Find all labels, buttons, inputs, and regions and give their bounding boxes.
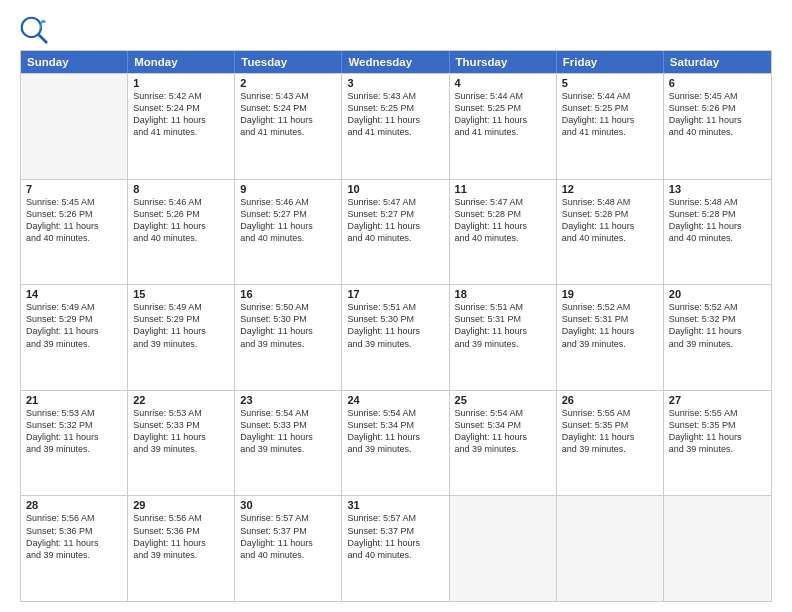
logo	[20, 16, 52, 44]
calendar-cell: 17Sunrise: 5:51 AM Sunset: 5:30 PM Dayli…	[342, 285, 449, 390]
day-number: 26	[562, 394, 658, 406]
day-info: Sunrise: 5:45 AM Sunset: 5:26 PM Dayligh…	[669, 90, 766, 139]
day-number: 22	[133, 394, 229, 406]
page: SundayMondayTuesdayWednesdayThursdayFrid…	[0, 0, 792, 612]
day-info: Sunrise: 5:47 AM Sunset: 5:27 PM Dayligh…	[347, 196, 443, 245]
header-day-friday: Friday	[557, 51, 664, 73]
day-number: 14	[26, 288, 122, 300]
day-info: Sunrise: 5:51 AM Sunset: 5:31 PM Dayligh…	[455, 301, 551, 350]
logo-icon	[20, 16, 48, 44]
day-number: 12	[562, 183, 658, 195]
day-number: 27	[669, 394, 766, 406]
header-day-tuesday: Tuesday	[235, 51, 342, 73]
calendar-row-4: 21Sunrise: 5:53 AM Sunset: 5:32 PM Dayli…	[21, 390, 771, 496]
calendar-cell: 6Sunrise: 5:45 AM Sunset: 5:26 PM Daylig…	[664, 74, 771, 179]
calendar-cell: 4Sunrise: 5:44 AM Sunset: 5:25 PM Daylig…	[450, 74, 557, 179]
calendar-cell: 9Sunrise: 5:46 AM Sunset: 5:27 PM Daylig…	[235, 180, 342, 285]
svg-point-0	[22, 18, 41, 37]
day-number: 31	[347, 499, 443, 511]
day-number: 30	[240, 499, 336, 511]
calendar-cell: 15Sunrise: 5:49 AM Sunset: 5:29 PM Dayli…	[128, 285, 235, 390]
day-info: Sunrise: 5:52 AM Sunset: 5:31 PM Dayligh…	[562, 301, 658, 350]
calendar-cell: 11Sunrise: 5:47 AM Sunset: 5:28 PM Dayli…	[450, 180, 557, 285]
day-number: 6	[669, 77, 766, 89]
day-info: Sunrise: 5:42 AM Sunset: 5:24 PM Dayligh…	[133, 90, 229, 139]
day-info: Sunrise: 5:43 AM Sunset: 5:25 PM Dayligh…	[347, 90, 443, 139]
day-info: Sunrise: 5:47 AM Sunset: 5:28 PM Dayligh…	[455, 196, 551, 245]
header-day-monday: Monday	[128, 51, 235, 73]
day-info: Sunrise: 5:53 AM Sunset: 5:33 PM Dayligh…	[133, 407, 229, 456]
day-info: Sunrise: 5:56 AM Sunset: 5:36 PM Dayligh…	[133, 512, 229, 561]
day-info: Sunrise: 5:49 AM Sunset: 5:29 PM Dayligh…	[26, 301, 122, 350]
day-number: 8	[133, 183, 229, 195]
day-info: Sunrise: 5:44 AM Sunset: 5:25 PM Dayligh…	[455, 90, 551, 139]
calendar-cell: 10Sunrise: 5:47 AM Sunset: 5:27 PM Dayli…	[342, 180, 449, 285]
calendar-cell: 8Sunrise: 5:46 AM Sunset: 5:26 PM Daylig…	[128, 180, 235, 285]
calendar-cell: 24Sunrise: 5:54 AM Sunset: 5:34 PM Dayli…	[342, 391, 449, 496]
calendar-cell: 7Sunrise: 5:45 AM Sunset: 5:26 PM Daylig…	[21, 180, 128, 285]
day-info: Sunrise: 5:54 AM Sunset: 5:34 PM Dayligh…	[347, 407, 443, 456]
calendar-cell: 23Sunrise: 5:54 AM Sunset: 5:33 PM Dayli…	[235, 391, 342, 496]
calendar-cell: 5Sunrise: 5:44 AM Sunset: 5:25 PM Daylig…	[557, 74, 664, 179]
header	[20, 16, 772, 44]
day-info: Sunrise: 5:55 AM Sunset: 5:35 PM Dayligh…	[669, 407, 766, 456]
day-info: Sunrise: 5:49 AM Sunset: 5:29 PM Dayligh…	[133, 301, 229, 350]
day-number: 24	[347, 394, 443, 406]
day-info: Sunrise: 5:43 AM Sunset: 5:24 PM Dayligh…	[240, 90, 336, 139]
day-number: 5	[562, 77, 658, 89]
day-number: 11	[455, 183, 551, 195]
calendar-cell: 29Sunrise: 5:56 AM Sunset: 5:36 PM Dayli…	[128, 496, 235, 601]
calendar-cell	[450, 496, 557, 601]
calendar-cell: 20Sunrise: 5:52 AM Sunset: 5:32 PM Dayli…	[664, 285, 771, 390]
calendar-cell: 30Sunrise: 5:57 AM Sunset: 5:37 PM Dayli…	[235, 496, 342, 601]
day-number: 9	[240, 183, 336, 195]
day-number: 25	[455, 394, 551, 406]
day-number: 13	[669, 183, 766, 195]
day-info: Sunrise: 5:44 AM Sunset: 5:25 PM Dayligh…	[562, 90, 658, 139]
day-number: 28	[26, 499, 122, 511]
day-number: 3	[347, 77, 443, 89]
day-info: Sunrise: 5:51 AM Sunset: 5:30 PM Dayligh…	[347, 301, 443, 350]
calendar-cell: 25Sunrise: 5:54 AM Sunset: 5:34 PM Dayli…	[450, 391, 557, 496]
calendar-row-5: 28Sunrise: 5:56 AM Sunset: 5:36 PM Dayli…	[21, 495, 771, 601]
calendar-cell: 12Sunrise: 5:48 AM Sunset: 5:28 PM Dayli…	[557, 180, 664, 285]
day-number: 29	[133, 499, 229, 511]
day-number: 2	[240, 77, 336, 89]
day-number: 20	[669, 288, 766, 300]
day-info: Sunrise: 5:57 AM Sunset: 5:37 PM Dayligh…	[240, 512, 336, 561]
day-info: Sunrise: 5:50 AM Sunset: 5:30 PM Dayligh…	[240, 301, 336, 350]
calendar-row-3: 14Sunrise: 5:49 AM Sunset: 5:29 PM Dayli…	[21, 284, 771, 390]
day-number: 15	[133, 288, 229, 300]
calendar-cell	[557, 496, 664, 601]
calendar-header: SundayMondayTuesdayWednesdayThursdayFrid…	[21, 51, 771, 73]
day-number: 4	[455, 77, 551, 89]
calendar-cell: 13Sunrise: 5:48 AM Sunset: 5:28 PM Dayli…	[664, 180, 771, 285]
day-number: 1	[133, 77, 229, 89]
header-day-thursday: Thursday	[450, 51, 557, 73]
calendar-cell: 14Sunrise: 5:49 AM Sunset: 5:29 PM Dayli…	[21, 285, 128, 390]
day-number: 7	[26, 183, 122, 195]
calendar-cell: 22Sunrise: 5:53 AM Sunset: 5:33 PM Dayli…	[128, 391, 235, 496]
day-number: 10	[347, 183, 443, 195]
day-info: Sunrise: 5:57 AM Sunset: 5:37 PM Dayligh…	[347, 512, 443, 561]
calendar-row-2: 7Sunrise: 5:45 AM Sunset: 5:26 PM Daylig…	[21, 179, 771, 285]
day-info: Sunrise: 5:52 AM Sunset: 5:32 PM Dayligh…	[669, 301, 766, 350]
day-info: Sunrise: 5:53 AM Sunset: 5:32 PM Dayligh…	[26, 407, 122, 456]
calendar-cell: 31Sunrise: 5:57 AM Sunset: 5:37 PM Dayli…	[342, 496, 449, 601]
day-info: Sunrise: 5:56 AM Sunset: 5:36 PM Dayligh…	[26, 512, 122, 561]
day-info: Sunrise: 5:45 AM Sunset: 5:26 PM Dayligh…	[26, 196, 122, 245]
calendar-cell: 18Sunrise: 5:51 AM Sunset: 5:31 PM Dayli…	[450, 285, 557, 390]
calendar-body: 1Sunrise: 5:42 AM Sunset: 5:24 PM Daylig…	[21, 73, 771, 601]
day-number: 16	[240, 288, 336, 300]
header-day-sunday: Sunday	[21, 51, 128, 73]
calendar: SundayMondayTuesdayWednesdayThursdayFrid…	[20, 50, 772, 602]
calendar-cell: 16Sunrise: 5:50 AM Sunset: 5:30 PM Dayli…	[235, 285, 342, 390]
day-number: 19	[562, 288, 658, 300]
day-number: 18	[455, 288, 551, 300]
header-day-saturday: Saturday	[664, 51, 771, 73]
day-info: Sunrise: 5:46 AM Sunset: 5:26 PM Dayligh…	[133, 196, 229, 245]
day-info: Sunrise: 5:54 AM Sunset: 5:33 PM Dayligh…	[240, 407, 336, 456]
header-day-wednesday: Wednesday	[342, 51, 449, 73]
day-info: Sunrise: 5:48 AM Sunset: 5:28 PM Dayligh…	[669, 196, 766, 245]
day-number: 21	[26, 394, 122, 406]
